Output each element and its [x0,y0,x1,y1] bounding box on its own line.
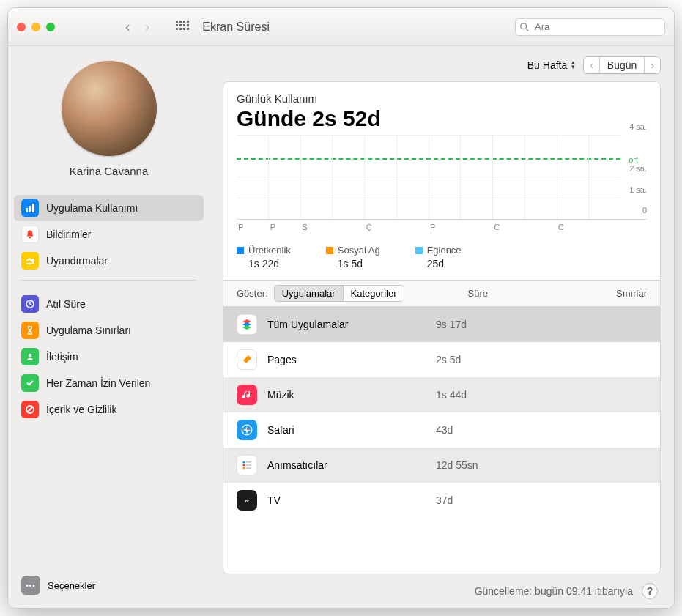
sidebar-item-app-limits[interactable]: Uygulama Sınırları [14,317,204,344]
legend-productivity: Üretkenlik 1s 22d [237,245,291,270]
sidebar-label: Uygulama Kullanımı [46,202,138,214]
zoom-button[interactable] [46,23,55,31]
sidebar-item-pickups[interactable]: Uyandırmalar [14,248,204,274]
sidebar-label: Uyandırmalar [46,255,108,267]
nav-arrows: ‹ › [125,18,149,35]
today-button[interactable]: Bugün [599,57,644,73]
avatar[interactable] [62,61,157,156]
titlebar: ‹ › Ekran Süresi [8,8,674,46]
app-name: Safari [267,424,436,436]
app-row[interactable]: tvTV37d [223,483,660,518]
show-label: Göster: [237,288,268,299]
chart-bar [557,136,589,219]
y-tick-4: 4 sa. [629,122,647,131]
app-list: Tüm Uygulamalar9s 17dPages2s 5dMüzik1s 4… [223,307,660,574]
svg-rect-18 [246,467,251,469]
chart-bar [429,136,461,219]
back-button[interactable]: ‹ [125,18,130,35]
app-time: 2s 5d [436,354,461,365]
y-tick-2: 2 sa. [629,164,647,173]
svg-point-14 [242,464,245,466]
chart-bar [237,136,268,219]
chevron-updown-icon: ▲▼ [570,61,576,70]
sidebar-label: Uygulama Sınırları [46,324,131,336]
app-row[interactable]: Müzik1s 44d [223,377,660,412]
sidebar-item-always-allowed[interactable]: Her Zaman İzin Verilen [14,370,204,396]
legend-value: 25d [415,258,462,270]
contact-icon [21,348,39,365]
minimize-button[interactable] [31,23,40,31]
chart-bar [460,136,492,219]
svg-rect-17 [246,464,251,466]
svg-point-0 [521,23,527,29]
app-row[interactable]: Pages2s 5d [223,342,660,377]
x-tick: P [429,220,461,231]
col-time: Süre [467,288,487,299]
x-tick: P [269,220,301,231]
show-toggle: Uygulamalar Kategoriler [274,285,405,302]
app-time: 1s 44d [436,389,467,401]
footer: Güncelleme: bugün 09:41 itibarıyla ? [223,574,661,599]
help-button[interactable]: ? [642,583,658,599]
app-row[interactable]: Safari43d [223,412,660,448]
chart-bar [268,136,300,219]
legend-value: 1s 22d [237,258,291,270]
sidebar-item-content-privacy[interactable]: İçerik ve Gizlilik [14,396,204,423]
table-header: Göster: Uygulamalar Kategoriler Süre Sın… [223,280,660,307]
close-button[interactable] [17,23,26,31]
sidebar-item-options[interactable]: ••• Seçenekler [14,571,204,599]
window-controls [17,23,55,31]
svg-point-13 [242,461,245,463]
sidebar-list-1: Uygulama Kullanımı Bildirimler Uyandırma… [14,195,204,274]
show-apps-button[interactable]: Uygulamalar [275,286,343,301]
y-tick-1: 1 sa. [629,185,647,194]
next-day-button[interactable]: › [644,57,660,73]
prev-day-button[interactable]: ‹ [584,57,599,73]
app-icon [237,385,257,405]
ellipsis-icon: ••• [21,576,40,595]
app-row[interactable]: Anımsatıcılar12d 55sn [223,448,660,483]
svg-rect-6 [32,259,34,264]
x-tick [461,220,493,231]
window-body: Karina Cavanna Uygulama Kullanımı Bildir… [8,46,674,608]
user-name: Karina Cavanna [70,165,149,177]
show-all-prefs-button[interactable] [176,21,189,34]
preferences-window: ‹ › Ekran Süresi Karina Cavanna [7,7,675,609]
x-tick: C [492,220,525,231]
svg-point-8 [29,354,31,357]
sidebar-list-2: Atıl Süre Uygulama Sınırları İletişim [14,291,204,423]
swatch-icon [237,247,244,254]
app-icon [237,420,257,440]
app-name: Tüm Uygulamalar [267,319,436,330]
chart-icon [21,199,39,217]
app-time: 9s 17d [436,319,467,330]
show-categories-button[interactable]: Kategoriler [343,286,404,301]
col-limits: Sınırlar [616,288,647,299]
svg-rect-2 [26,208,28,212]
clock-icon [21,295,39,313]
legend-value: 1s 5d [326,258,380,270]
bell-icon [21,226,39,243]
swatch-icon [415,247,423,254]
app-row[interactable]: Tüm Uygulamalar9s 17d [223,307,660,342]
forward-button[interactable]: › [145,18,150,35]
app-time: 12d 55sn [436,459,478,471]
chart-bar [492,136,525,219]
svg-rect-4 [32,204,34,212]
sidebar-item-downtime[interactable]: Atıl Süre [14,291,204,317]
x-labels: PPSÇPCC [237,220,620,231]
sidebar-item-notifications[interactable]: Bildirimler [14,221,204,248]
app-icon [237,314,257,335]
week-selector[interactable]: Bu Hafta ▲▼ [527,59,576,71]
sidebar-item-communication[interactable]: İletişim [14,344,204,370]
x-tick: P [237,220,269,231]
user-block: Karina Cavanna [14,61,204,177]
x-tick: Ç [365,220,397,231]
sidebar-divider [21,280,196,281]
main-panel: Bu Hafta ▲▼ ‹ Bugün › Günlük Kullanım Gü… [210,46,674,608]
search-input[interactable] [515,18,665,36]
sidebar-item-app-usage[interactable]: Uygulama Kullanımı [14,195,204,221]
swatch-icon [326,247,333,254]
svg-line-10 [28,407,33,412]
chart-bar [396,136,429,219]
